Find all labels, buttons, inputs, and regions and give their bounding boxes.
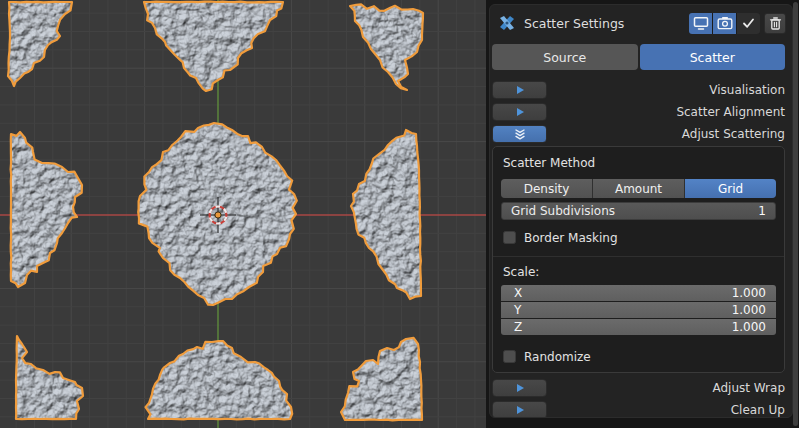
tab-scatter[interactable]: Scatter [640,44,786,70]
adjust-wrap-expand-button[interactable] [492,379,547,397]
play-triangle-icon [515,405,525,415]
scatter-method-option-density[interactable]: Density [501,179,592,198]
scale-x-value: 1.000 [732,286,766,300]
scattered-rock-object[interactable] [146,341,293,419]
adjust-scattering-section: Scatter Method Density Amount Grid Grid … [492,146,785,373]
scatter-method-label: Scatter Method [503,155,776,171]
adjust-scattering-expand-button[interactable] [492,125,547,143]
randomize-row: Randomize [501,349,776,364]
scale-sliders: X 1.000 Y 1.000 Z 1.000 [501,285,776,335]
adjust-wrap-label: Adjust Wrap [712,381,785,395]
monitor-icon [693,16,709,31]
scale-y-slider[interactable]: Y 1.000 [501,302,776,318]
display-toggle-button[interactable] [689,13,712,34]
scatter-alignment-row: Scatter Alignment [492,103,785,121]
grid-subdivisions-field[interactable]: Grid Subdivisions 1 [501,202,776,220]
randomize-checkbox[interactable] [503,350,516,363]
scale-y-value: 1.000 [732,303,766,317]
scatter-alignment-label: Scatter Alignment [676,105,785,119]
viewport-canvas[interactable] [0,0,486,428]
scale-y-axis-label: Y [514,303,521,317]
viewport-3d[interactable] [0,0,486,428]
clean-up-expand-button[interactable] [492,401,547,418]
tab-source[interactable]: Source [492,44,638,70]
scale-z-value: 1.000 [732,320,766,334]
render-toggle-button[interactable] [713,13,736,34]
header-icons [689,13,786,34]
adjust-scattering-row: Adjust Scattering [492,125,785,143]
scale-x-axis-label: X [514,286,522,300]
trash-icon [768,16,783,31]
scattered-rock-object[interactable] [341,338,422,420]
scattered-rock-object[interactable] [144,2,283,92]
grid-subdivisions-label: Grid Subdivisions [511,204,615,218]
double-chevron-down-icon [513,129,527,140]
border-masking-checkbox[interactable] [503,231,516,244]
scatter-method-option-amount[interactable]: Amount [593,179,684,198]
scale-z-axis-label: Z [514,320,522,334]
adjust-wrap-row: Adjust Wrap [492,379,785,397]
divider [493,256,784,257]
checkmark-icon [741,16,756,30]
camera-icon [717,16,733,30]
scattered-rock-object[interactable] [350,4,423,90]
delete-button[interactable] [764,13,786,34]
visualisation-row: Visualisation [492,81,785,99]
play-triangle-icon [515,107,525,117]
border-masking-row: Border Masking [501,230,776,245]
clean-up-row: Clean Up [492,401,785,418]
scatter-method-option-grid[interactable]: Grid [685,179,776,198]
blender-window: Scatter Settings [0,0,799,428]
scale-z-slider[interactable]: Z 1.000 [501,319,776,335]
play-triangle-icon [515,383,525,393]
randomize-label: Randomize [524,350,591,364]
adjust-scattering-label: Adjust Scattering [682,127,785,141]
clean-up-label: Clean Up [731,403,785,417]
visualisation-label: Visualisation [709,83,785,97]
scatter-method-segmented: Density Amount Grid [501,179,776,198]
panel-tabs: Source Scatter [492,44,785,70]
scale-label: Scale: [503,265,776,280]
scatter-alignment-expand-button[interactable] [492,103,547,121]
visualisation-expand-button[interactable] [492,81,547,99]
scatter-panel-region: Scatter Settings [486,0,799,428]
grid-subdivisions-value: 1 [758,204,766,218]
scale-x-slider[interactable]: X 1.000 [501,285,776,301]
scattered-rock-object[interactable] [16,336,83,419]
panel-scrollbar[interactable] [793,2,798,426]
scrollbar-thumb[interactable] [793,2,798,426]
border-masking-label: Border Masking [524,231,618,245]
scattered-rock-object[interactable] [351,130,421,299]
apply-button[interactable] [737,13,760,34]
panel-title: Scatter Settings [524,16,624,31]
scatter-settings-panel: Scatter Settings [489,4,793,418]
scatter-addon-icon [498,14,516,32]
play-triangle-icon [515,85,525,95]
panel-header: Scatter Settings [498,10,786,36]
scattered-rock-object[interactable] [8,2,72,86]
